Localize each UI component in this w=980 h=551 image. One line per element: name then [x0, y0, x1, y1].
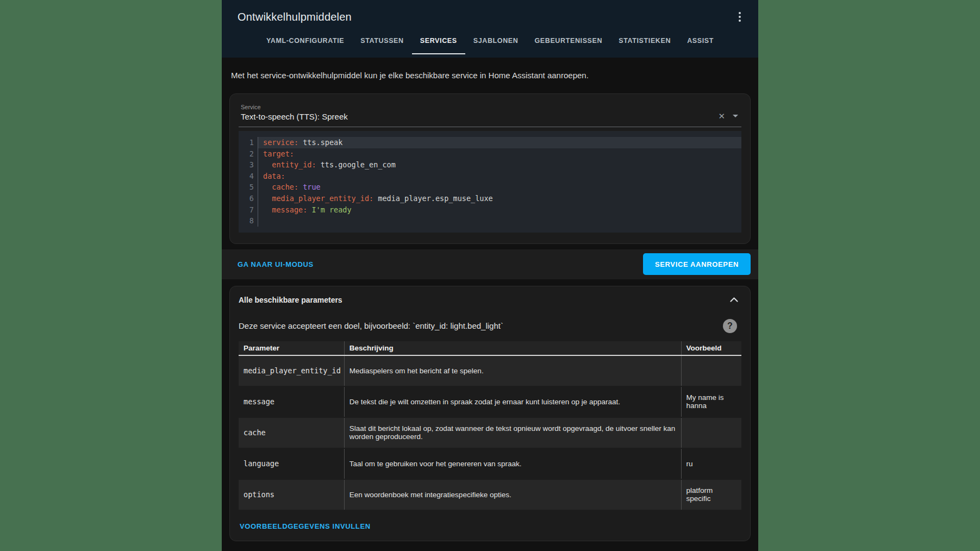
description-cell: Een woordenboek met integratiespecifieke… [344, 479, 681, 510]
parameter-name-cell: message [239, 386, 344, 417]
service-editor-card: Service Text-to-speech (TTS): Spreek ✕ 1… [229, 93, 751, 244]
page-title: Ontwikkelhulpmiddelen [238, 11, 352, 23]
table-header-row: ParameterBeschrijvingVoorbeeld [239, 341, 741, 355]
line-number: 6 [239, 193, 254, 204]
line-number: 7 [239, 204, 254, 216]
gutter: 12345678 [239, 137, 258, 227]
help-icon[interactable]: ? [723, 319, 737, 333]
header-top: Ontwikkelhulpmiddelen [222, 5, 758, 28]
line-number: 4 [239, 171, 254, 182]
line-number: 1 [239, 137, 254, 148]
table-body: media_player_entity_idMediaspelers om he… [239, 355, 741, 510]
tab-sjablonen[interactable]: SJABLONEN [465, 28, 527, 54]
parameters-table: ParameterBeschrijvingVoorbeeld media_pla… [239, 341, 741, 511]
go-ui-mode-link[interactable]: GA NAAR UI-MODUS [238, 260, 314, 268]
table-row: languageTaal om te gebruiken voor het ge… [239, 448, 741, 479]
code-line[interactable] [258, 215, 741, 227]
app-window: Ontwikkelhulpmiddelen YAML-CONFIGURATIES… [222, 0, 758, 551]
service-select-value: Text-to-speech (TTS): Spreek [241, 112, 348, 121]
parameters-title: Alle beschikbare parameters [239, 296, 342, 304]
table-row: cacheSlaat dit bericht lokaal op, zodat … [239, 417, 741, 448]
tab-assist[interactable]: ASSIST [679, 28, 722, 54]
tab-bar: YAML-CONFIGURATIESTATUSSENSERVICESSJABLO… [222, 28, 758, 54]
tab-yaml-configuratie[interactable]: YAML-CONFIGURATIE [258, 28, 352, 54]
actions-bar: GA NAAR UI-MODUS SERVICE AANROEPEN [222, 249, 758, 279]
code-lines: service: tts.speaktarget: entity_id: tts… [258, 137, 741, 227]
target-description: Deze service accepteert een doel, bijvoo… [239, 321, 503, 330]
app-header: Ontwikkelhulpmiddelen YAML-CONFIGURATIES… [222, 0, 758, 58]
parameter-name-cell: options [239, 479, 344, 510]
example-cell [681, 417, 741, 448]
code-line[interactable]: entity_id: tts.google_en_com [258, 159, 741, 171]
dropdown-caret-icon[interactable] [733, 115, 738, 117]
code-line[interactable]: data: [258, 171, 741, 182]
column-header: Parameter [239, 341, 344, 355]
example-cell: My name is hanna [681, 386, 741, 417]
table-row: messageDe tekst die je wilt omzetten in … [239, 386, 741, 417]
tab-statistieken[interactable]: STATISTIEKEN [610, 28, 679, 54]
table-row: optionsEen woordenboek met integratiespe… [239, 479, 741, 510]
line-number: 5 [239, 181, 254, 193]
code-line[interactable]: message: I'm ready [258, 204, 741, 216]
table-row: media_player_entity_idMediaspelers om he… [239, 355, 741, 386]
fill-example-data-link[interactable]: VOORBEELDGEGEVENS INVULLEN [240, 522, 371, 530]
tab-services[interactable]: SERVICES [412, 28, 465, 54]
clear-icon[interactable]: ✕ [718, 112, 725, 120]
code-line[interactable]: media_player_entity_id: media_player.esp… [258, 193, 741, 204]
description-cell: Slaat dit bericht lokaal op, zodat wanne… [344, 417, 681, 448]
parameter-name-cell: media_player_entity_id [239, 355, 344, 386]
collapse-chevron-icon[interactable] [727, 296, 741, 303]
parameters-header[interactable]: Alle beschikbare parameters [239, 296, 741, 304]
column-header: Voorbeeld [681, 341, 741, 355]
code-line[interactable]: service: tts.speak [258, 137, 741, 148]
example-cell: platform specific [681, 479, 741, 510]
tab-gebeurtenissen[interactable]: GEBEURTENISSEN [526, 28, 610, 54]
code-line[interactable]: target: [258, 148, 741, 160]
description-cell: Mediaspelers om het bericht af te spelen… [344, 355, 681, 386]
call-service-button[interactable]: SERVICE AANROEPEN [643, 253, 751, 275]
column-header: Beschrijving [344, 341, 681, 355]
line-number: 3 [239, 159, 254, 171]
kebab-menu-icon[interactable] [735, 9, 744, 25]
tab-statussen[interactable]: STATUSSEN [352, 28, 411, 54]
main-content: Met het service-ontwikkelhulpmiddel kun … [222, 58, 758, 551]
service-select[interactable]: Service Text-to-speech (TTS): Spreek ✕ [239, 103, 741, 127]
code-line[interactable]: cache: true [258, 181, 741, 193]
description-cell: De tekst die je wilt omzetten in spraak … [344, 386, 681, 417]
example-cell [681, 355, 741, 386]
parameters-card: Alle beschikbare parameters Deze service… [229, 286, 751, 541]
parameter-name-cell: language [239, 448, 344, 479]
service-select-label: Service [241, 104, 718, 110]
example-cell: ru [681, 448, 741, 479]
line-number: 8 [239, 215, 254, 227]
parameter-name-cell: cache [239, 417, 344, 448]
intro-text: Met het service-ontwikkelhulpmiddel kun … [222, 58, 758, 80]
line-number: 2 [239, 148, 254, 160]
yaml-editor[interactable]: 12345678 service: tts.speaktarget: entit… [239, 131, 741, 233]
description-cell: Taal om te gebruiken voor het genereren … [344, 448, 681, 479]
